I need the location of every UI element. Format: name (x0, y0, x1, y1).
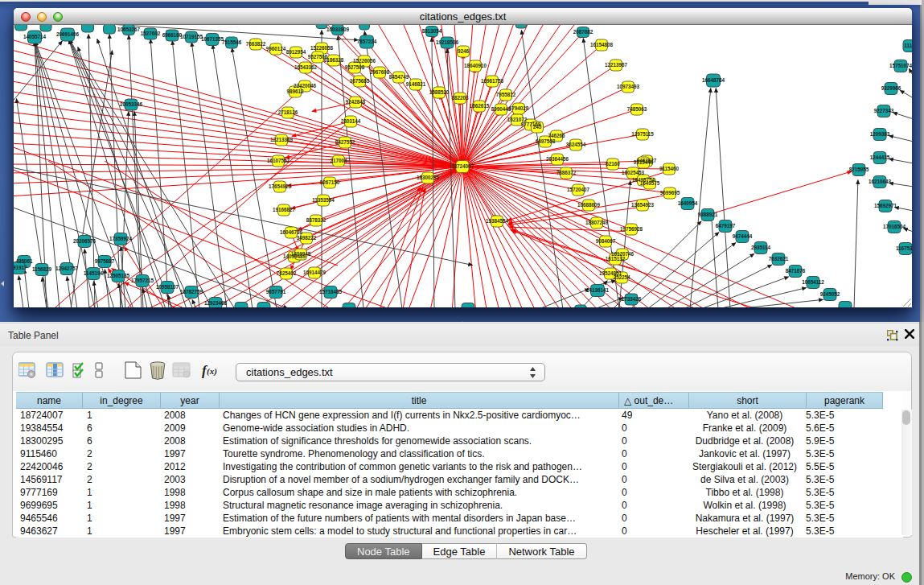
svg-text:9960124: 9960124 (266, 46, 286, 51)
svg-text:9115460: 9115460 (659, 166, 680, 171)
svg-text:1167533: 1167533 (896, 245, 912, 251)
svg-text:2967608: 2967608 (370, 69, 390, 75)
svg-text:14136141: 14136141 (586, 287, 610, 293)
svg-text:7886372: 7886372 (556, 170, 577, 175)
svg-text:16107552: 16107552 (267, 158, 290, 163)
svg-text:12942757: 12942757 (55, 266, 79, 271)
svg-text:1733426: 1733426 (622, 296, 642, 302)
svg-text:18300295: 18300295 (417, 175, 440, 180)
svg-text:8186328: 8186328 (324, 57, 344, 63)
svg-text:12213369: 12213369 (270, 137, 294, 142)
svg-text:7625402: 7625402 (277, 270, 297, 276)
svg-text:9329966: 9329966 (881, 85, 901, 91)
svg-text:1562615: 1562615 (470, 103, 490, 109)
svg-text:9515440: 9515440 (634, 159, 654, 165)
svg-text:9474444: 9474444 (733, 233, 753, 239)
svg-text:8471676: 8471676 (786, 268, 806, 274)
svg-text:22420046: 22420046 (294, 83, 317, 89)
svg-text:1640954: 1640954 (678, 200, 698, 206)
svg-text:18640910: 18640910 (464, 63, 487, 68)
svg-text:9146821: 9146821 (406, 81, 426, 87)
svg-text:16210643: 16210643 (869, 179, 892, 184)
svg-text:16782759: 16782759 (180, 289, 203, 295)
svg-text:8454749: 8454749 (389, 74, 409, 80)
svg-text:10654112: 10654112 (802, 279, 824, 285)
svg-text:8912954: 8912954 (286, 49, 306, 55)
svg-text:12923468: 12923468 (204, 300, 228, 306)
svg-text:(x): (x) (207, 366, 217, 377)
svg-text:1409948: 1409948 (291, 251, 311, 257)
svg-text:8215955: 8215955 (849, 167, 869, 172)
svg-text:15751074: 15751074 (889, 63, 912, 68)
svg-text:435061: 435061 (15, 258, 33, 264)
svg-text:1649575: 1649575 (640, 180, 660, 186)
svg-text:9699695: 9699695 (660, 190, 680, 196)
svg-text:1156829: 1156829 (32, 266, 52, 272)
svg-text:3498222: 3498222 (297, 235, 317, 241)
svg-text:15720407: 15720407 (567, 187, 590, 192)
svg-text:20053346: 20053346 (120, 101, 143, 107)
svg-text:15716485: 15716485 (319, 289, 343, 295)
svg-text:9527508: 9527508 (345, 64, 365, 70)
svg-text:19756928: 19756928 (620, 226, 643, 232)
svg-text:245: 245 (533, 124, 542, 130)
svg-text:217004: 217004 (330, 158, 347, 163)
svg-text:2935114: 2935114 (751, 245, 771, 250)
svg-text:9975887: 9975887 (95, 258, 115, 264)
svg-text:20206576: 20206576 (73, 238, 97, 244)
svg-text:7632621: 7632621 (769, 256, 789, 262)
svg-text:20691406: 20691406 (56, 31, 80, 37)
svg-text:16648784: 16648784 (702, 77, 725, 83)
svg-text:9246: 9246 (458, 48, 470, 54)
svg-text:16154808: 16154808 (590, 42, 614, 47)
svg-text:989612: 989612 (286, 89, 304, 94)
svg-text:1112: 1112 (904, 43, 912, 48)
svg-text:9657791: 9657791 (266, 289, 286, 295)
svg-text:17016504: 17016504 (883, 224, 906, 229)
svg-text:13654923: 13654923 (631, 202, 655, 208)
svg-text:12505135: 12505135 (107, 273, 130, 278)
svg-text:18724007: 18724007 (451, 163, 474, 169)
svg-text:9084067: 9084067 (596, 238, 616, 244)
svg-text:1615132: 1615132 (606, 256, 626, 262)
svg-text:8267150: 8267150 (320, 179, 340, 185)
svg-text:7955812: 7955812 (496, 92, 516, 97)
svg-text:12213967: 12213967 (605, 62, 628, 68)
svg-text:12975115: 12975115 (631, 131, 654, 137)
svg-text:2087682: 2087682 (573, 29, 593, 35)
svg-text:9227343: 9227343 (874, 108, 894, 113)
svg-text:9245052: 9245052 (820, 291, 840, 297)
svg-text:10719155: 10719155 (180, 34, 203, 39)
svg-text:1244415: 1244415 (870, 154, 890, 160)
svg-text:19166827: 19166827 (273, 207, 296, 212)
svg-text:20364456: 20364456 (546, 156, 569, 162)
svg-text:10973493: 10973493 (617, 84, 640, 89)
svg-text:3624554: 3624554 (566, 142, 586, 147)
svg-text:19384554: 19384554 (486, 218, 509, 224)
svg-text:62160: 62160 (606, 161, 620, 167)
svg-text:8813054: 8813054 (422, 28, 442, 34)
svg-text:10688609: 10688609 (577, 202, 601, 208)
svg-text:1588520: 1588520 (429, 89, 450, 95)
svg-text:18807249: 18807249 (585, 220, 609, 225)
svg-text:17359924: 17359924 (109, 236, 133, 241)
svg-text:16543362: 16543362 (294, 64, 318, 70)
svg-text:7485063: 7485063 (627, 106, 647, 112)
svg-text:16046736: 16046736 (280, 229, 303, 235)
svg-text:19218506: 19218506 (436, 39, 459, 45)
svg-text:10958107: 10958107 (156, 284, 179, 290)
svg-text:17957215: 17957215 (131, 278, 154, 283)
svg-text:15226058: 15226058 (310, 45, 334, 51)
svg-text:8878332: 8878332 (306, 217, 326, 223)
svg-text:882203: 882203 (451, 95, 469, 101)
svg-text:10025453: 10025453 (622, 170, 645, 175)
svg-text:10653267: 10653267 (117, 27, 141, 32)
svg-text:7663822: 7663822 (246, 41, 266, 47)
svg-text:1145194: 1145194 (84, 270, 104, 276)
svg-text:7515546: 7515546 (222, 39, 242, 45)
svg-text:9242848: 9242848 (346, 99, 366, 105)
svg-text:17654925: 17654925 (269, 183, 292, 189)
svg-text:9388921: 9388921 (698, 212, 718, 217)
svg-text:11353594: 11353594 (312, 197, 335, 203)
svg-text:14055714: 14055714 (23, 34, 47, 39)
